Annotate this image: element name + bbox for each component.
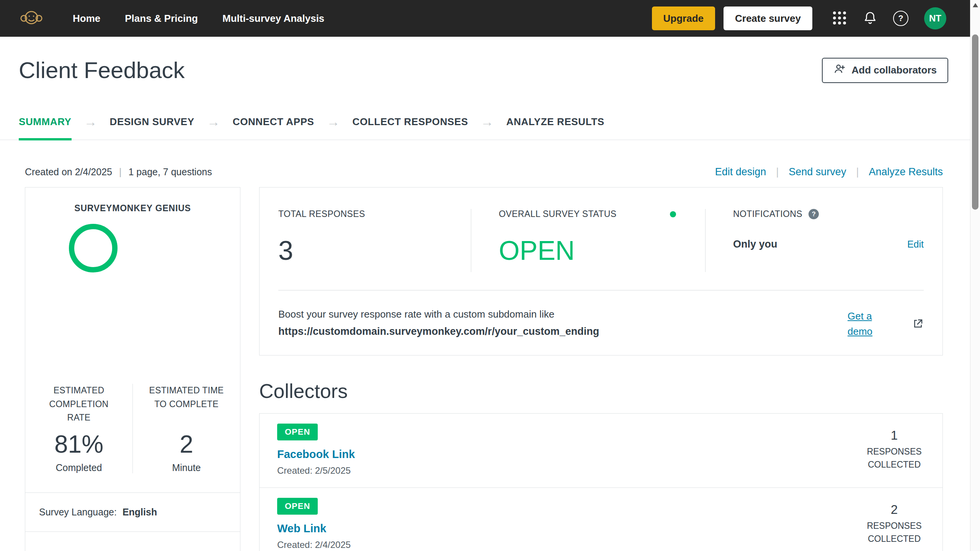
scrollbar-up-arrow-icon[interactable] [973,3,978,7]
collectors-list: OPEN Facebook Link Created: 2/5/2025 1 R… [259,413,943,551]
total-responses-stat: TOTAL RESPONSES 3 [278,209,471,272]
survey-status-stat: OVERALL SURVEY STATUS OPEN [471,209,705,272]
subdomain-promo: Boost your survey response rate with a c… [278,308,924,339]
step-connect-apps[interactable]: CONNECT APPS [233,104,314,140]
collector-status-badge: OPEN [277,498,318,515]
nav-item-multi-survey-analysis[interactable]: Multi-survey Analysis [222,13,324,24]
page-header: Client Feedback Add collaborators [0,37,980,104]
genius-stats: ESTIMATED COMPLETION RATE 81% Completed … [25,384,240,473]
page: Home Plans & Pricing Multi-survey Analys… [0,0,980,551]
survey-status-value: OPEN [499,235,676,266]
create-survey-button[interactable]: Create survey [724,7,812,30]
survey-language-label: Survey Language: [39,507,117,517]
completion-rate-value: 81% [41,430,117,458]
collector-name-link[interactable]: Facebook Link [277,448,355,461]
step-arrow-icon: → [327,115,340,128]
completion-rate-sub: Completed [41,462,117,473]
bell-icon [863,11,877,26]
survey-actions: Edit design | Send survey | Analyze Resu… [715,166,943,178]
subdomain-promo-text: Boost your survey response rate with a c… [278,308,599,320]
main-column: TOTAL RESPONSES 3 OVERALL SURVEY STATUS … [259,187,943,551]
edit-design-link[interactable]: Edit design [715,166,766,178]
survey-stepper: SUMMARY → DESIGN SURVEY → CONNECT APPS →… [0,104,980,140]
survey-overview-card: TOTAL RESPONSES 3 OVERALL SURVEY STATUS … [259,187,943,355]
time-to-complete-sub: Minute [148,462,225,473]
get-a-demo-link[interactable]: Get a demo [848,308,883,339]
add-collaborators-label: Add collaborators [852,64,937,76]
collector-response-label: RESPONSES COLLECTED [864,445,925,471]
survey-language-value: English [122,507,157,517]
meta-row: Created on 2/4/2025 | 1 page, 7 question… [25,166,943,178]
total-responses-label: TOTAL RESPONSES [278,209,471,219]
help-button[interactable]: ? [890,7,912,29]
time-to-complete-value: 2 [148,430,225,458]
survey-meta: Created on 2/4/2025 | 1 page, 7 question… [25,166,212,178]
step-design-survey[interactable]: DESIGN SURVEY [110,104,194,140]
analyze-results-link[interactable]: Analyze Results [869,166,943,178]
avatar[interactable]: NT [924,7,946,29]
step-analyze-results[interactable]: ANALYZE RESULTS [506,104,604,140]
nav-item-plans-pricing[interactable]: Plans & Pricing [125,13,198,24]
collector-created-date: Created: 2/4/2025 [277,540,351,550]
monkey-icon [20,9,43,28]
scrollbar-thumb[interactable] [972,34,978,210]
completion-rate-stat: ESTIMATED COMPLETION RATE 81% Completed [25,384,132,473]
subdomain-example-url: https://customdomain.surveymonkey.com/r/… [278,326,599,337]
completion-rate-label: ESTIMATED COMPLETION RATE [41,384,117,425]
divider [25,531,240,532]
surveymonkey-logo[interactable] [20,9,43,28]
collector-name-link[interactable]: Web Link [277,522,351,535]
divider [278,290,924,290]
notifications-edit-link[interactable]: Edit [907,239,924,250]
collector-created-date: Created: 2/5/2025 [277,465,355,476]
collector-info: OPEN Web Link Created: 2/4/2025 [277,498,351,550]
survey-language-row: Survey Language: English [25,493,240,531]
nav-left: Home Plans & Pricing Multi-survey Analys… [20,9,324,28]
separator: | [119,166,122,178]
collector-responses: 1 RESPONSES COLLECTED [864,428,925,471]
step-collect-responses[interactable]: COLLECT RESPONSES [353,104,468,140]
notifications-recipients: Only you [733,238,777,250]
step-arrow-icon: → [207,115,220,128]
collector-info: OPEN Facebook Link Created: 2/5/2025 [277,424,355,476]
upgrade-button[interactable]: Upgrade [652,7,715,30]
external-link-icon[interactable] [912,318,924,329]
separator: | [856,166,859,178]
content: Created on 2/4/2025 | 1 page, 7 question… [0,166,980,551]
status-open-dot [670,211,676,217]
collector-response-count: 1 [864,428,925,443]
scrollbar-track[interactable] [970,0,980,551]
top-nav: Home Plans & Pricing Multi-survey Analys… [0,0,980,37]
separator: | [776,166,779,178]
nav-right: Upgrade Create survey [652,7,946,30]
columns: SURVEYMONKEY GENIUS ESTIMATED COMPLETION… [25,187,943,551]
survey-status-label: OVERALL SURVEY STATUS [499,209,617,219]
collector-response-count: 2 [864,502,925,517]
page-question-count: 1 page, 7 questions [128,166,212,178]
step-summary[interactable]: SUMMARY [19,104,72,140]
collector-status-badge: OPEN [277,424,318,440]
time-to-complete-stat: ESTIMATED TIME TO COMPLETE 2 Minute [132,384,240,473]
help-icon: ? [893,11,908,26]
step-arrow-icon: → [84,115,97,128]
notifications-label: NOTIFICATIONS [733,209,802,219]
page-title: Client Feedback [19,57,185,83]
time-to-complete-label: ESTIMATED TIME TO COMPLETE [148,384,225,411]
notifications-stat: NOTIFICATIONS ? Only you Edit [706,209,924,272]
genius-heading: SURVEYMONKEY GENIUS [25,203,240,214]
step-arrow-icon: → [481,115,494,128]
nav-item-home[interactable]: Home [73,13,100,24]
grid-icon [832,11,847,26]
send-survey-link[interactable]: Send survey [789,166,846,178]
add-collaborators-button[interactable]: Add collaborators [822,58,948,83]
collector-response-label: RESPONSES COLLECTED [864,519,925,546]
collector-row: OPEN Facebook Link Created: 2/5/2025 1 R… [260,414,942,487]
surveymonkey-genius-card: SURVEYMONKEY GENIUS ESTIMATED COMPLETION… [25,187,240,551]
genius-score-ring [69,224,118,272]
total-responses-value: 3 [278,235,471,266]
collector-row: OPEN Web Link Created: 2/4/2025 2 RESPON… [260,487,942,551]
person-add-icon [833,63,846,78]
notifications-help-icon[interactable]: ? [808,209,819,219]
notifications-button[interactable] [859,7,881,29]
apps-menu-button[interactable] [828,7,851,29]
